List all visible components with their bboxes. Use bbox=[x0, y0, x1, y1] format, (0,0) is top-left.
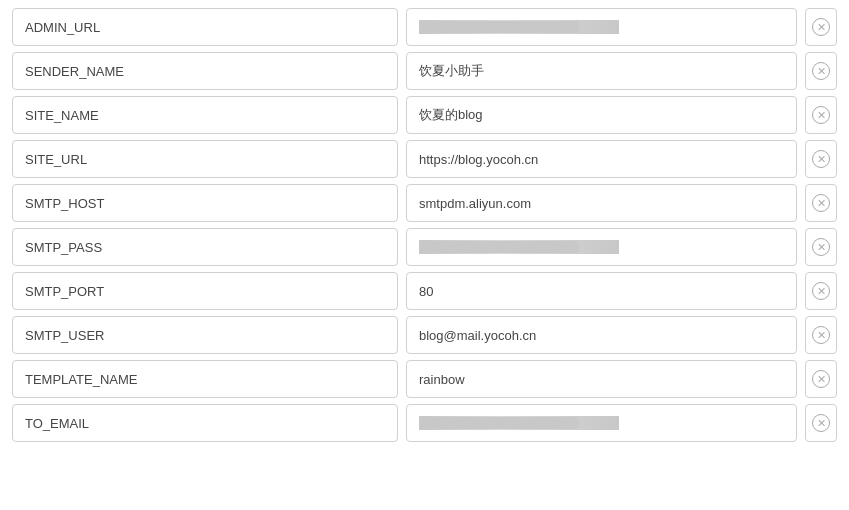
label-smtp-port: SMTP_PORT bbox=[12, 272, 398, 310]
delete-button-smtp-host[interactable]: ✕ bbox=[805, 184, 837, 222]
label-to-email: TO_EMAIL bbox=[12, 404, 398, 442]
delete-button-site-url[interactable]: ✕ bbox=[805, 140, 837, 178]
value-site-name[interactable]: 饮夏的blog bbox=[406, 96, 797, 134]
delete-button-site-name[interactable]: ✕ bbox=[805, 96, 837, 134]
delete-icon-sender-name: ✕ bbox=[812, 62, 830, 80]
delete-button-admin-url[interactable]: ✕ bbox=[805, 8, 837, 46]
delete-button-sender-name[interactable]: ✕ bbox=[805, 52, 837, 90]
delete-button-smtp-user[interactable]: ✕ bbox=[805, 316, 837, 354]
value-admin-url[interactable] bbox=[406, 8, 797, 46]
row-smtp-pass: SMTP_PASS✕ bbox=[12, 228, 837, 266]
value-site-url[interactable]: https://blog.yocoh.cn bbox=[406, 140, 797, 178]
label-smtp-user: SMTP_USER bbox=[12, 316, 398, 354]
delete-icon-admin-url: ✕ bbox=[812, 18, 830, 36]
row-to-email: TO_EMAIL✕ bbox=[12, 404, 837, 442]
label-admin-url: ADMIN_URL bbox=[12, 8, 398, 46]
row-site-name: SITE_NAME饮夏的blog✕ bbox=[12, 96, 837, 134]
label-site-url: SITE_URL bbox=[12, 140, 398, 178]
delete-button-smtp-port[interactable]: ✕ bbox=[805, 272, 837, 310]
value-template-name[interactable]: rainbow bbox=[406, 360, 797, 398]
row-smtp-host: SMTP_HOSTsmtpdm.aliyun.com✕ bbox=[12, 184, 837, 222]
row-template-name: TEMPLATE_NAMErainbow✕ bbox=[12, 360, 837, 398]
value-smtp-host[interactable]: smtpdm.aliyun.com bbox=[406, 184, 797, 222]
delete-button-smtp-pass[interactable]: ✕ bbox=[805, 228, 837, 266]
delete-icon-to-email: ✕ bbox=[812, 414, 830, 432]
value-smtp-user[interactable]: blog@mail.yocoh.cn bbox=[406, 316, 797, 354]
delete-icon-smtp-port: ✕ bbox=[812, 282, 830, 300]
label-template-name: TEMPLATE_NAME bbox=[12, 360, 398, 398]
delete-icon-smtp-user: ✕ bbox=[812, 326, 830, 344]
row-smtp-port: SMTP_PORT80✕ bbox=[12, 272, 837, 310]
delete-icon-site-name: ✕ bbox=[812, 106, 830, 124]
label-smtp-pass: SMTP_PASS bbox=[12, 228, 398, 266]
delete-button-template-name[interactable]: ✕ bbox=[805, 360, 837, 398]
delete-button-to-email[interactable]: ✕ bbox=[805, 404, 837, 442]
row-sender-name: SENDER_NAME饮夏小助手✕ bbox=[12, 52, 837, 90]
delete-icon-template-name: ✕ bbox=[812, 370, 830, 388]
label-smtp-host: SMTP_HOST bbox=[12, 184, 398, 222]
row-admin-url: ADMIN_URL✕ bbox=[12, 8, 837, 46]
delete-icon-smtp-host: ✕ bbox=[812, 194, 830, 212]
value-sender-name[interactable]: 饮夏小助手 bbox=[406, 52, 797, 90]
row-smtp-user: SMTP_USERblog@mail.yocoh.cn✕ bbox=[12, 316, 837, 354]
label-sender-name: SENDER_NAME bbox=[12, 52, 398, 90]
delete-icon-smtp-pass: ✕ bbox=[812, 238, 830, 256]
value-smtp-port[interactable]: 80 bbox=[406, 272, 797, 310]
settings-container: ADMIN_URL✕SENDER_NAME饮夏小助手✕SITE_NAME饮夏的b… bbox=[0, 0, 849, 456]
row-site-url: SITE_URLhttps://blog.yocoh.cn✕ bbox=[12, 140, 837, 178]
value-to-email[interactable] bbox=[406, 404, 797, 442]
value-smtp-pass[interactable] bbox=[406, 228, 797, 266]
label-site-name: SITE_NAME bbox=[12, 96, 398, 134]
delete-icon-site-url: ✕ bbox=[812, 150, 830, 168]
